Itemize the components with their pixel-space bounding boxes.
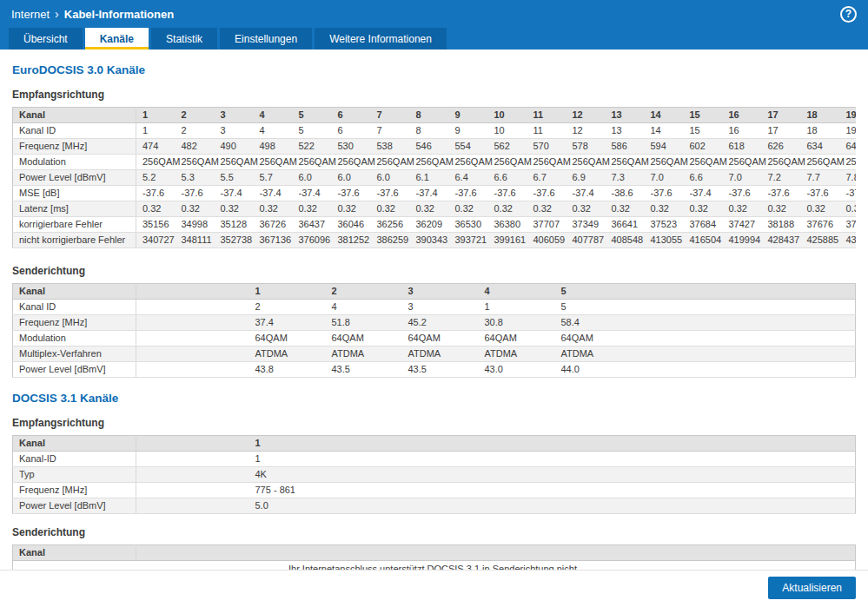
value-cell: 6.0 (332, 170, 371, 186)
value-cell: -37.6 (723, 186, 762, 201)
value-cell: 0.32 (293, 201, 332, 217)
value-cell: -37.6 (527, 186, 567, 201)
value-cell: 4 (479, 284, 555, 300)
value-cell: 546 (410, 139, 449, 155)
value-cell: 15 (684, 108, 723, 123)
tab-statistik[interactable]: Statistik (151, 28, 217, 49)
value-cell: 0.32 (762, 201, 801, 217)
value-cell: 256QAM (801, 155, 840, 170)
table-row: nicht korrigierbare Fehler34072734811135… (13, 233, 857, 248)
breadcrumb-separator-icon: › (55, 7, 59, 21)
value-cell: 4 (326, 300, 402, 315)
row-label: Latenz [ms] (13, 201, 136, 217)
value-cell: 36256 (371, 217, 410, 233)
tab-kanaele[interactable]: Kanäle (85, 28, 149, 49)
breadcrumb: Internet › Kabel-Informationen (11, 7, 174, 21)
value-cell: 43.5 (326, 362, 402, 378)
section-title-eurodocsis30: EuroDOCSIS 3.0 Kanäle (12, 63, 856, 76)
table-header-row: Kanal1 (13, 436, 856, 452)
value-cell: 6.4 (449, 170, 488, 186)
value-cell: 3 (215, 123, 254, 139)
value-cell: 1 (136, 108, 176, 123)
value-cell: 256QAM (567, 155, 606, 170)
help-button[interactable]: ? (840, 6, 857, 23)
value-cell: 2 (249, 300, 326, 315)
row-label: Kanal ID (13, 300, 136, 315)
value-cell: 5.0 (249, 498, 326, 514)
value-cell: 18 (801, 108, 840, 123)
value-cell: 390343 (410, 233, 449, 248)
value-cell: 6.1 (410, 170, 449, 186)
value-cell: 17 (762, 123, 801, 139)
filler-cell (326, 498, 856, 514)
value-cell: 256QAM (723, 155, 762, 170)
value-cell: 36530 (449, 217, 488, 233)
filler-cell (249, 545, 856, 561)
value-cell: -37.4 (215, 186, 254, 201)
value-cell: 393721 (449, 233, 488, 248)
value-cell: 256QAM (527, 155, 567, 170)
tab-weitere-informationen[interactable]: Weitere Informationen (315, 28, 447, 49)
value-cell: 381252 (332, 233, 371, 248)
value-cell: 594 (645, 139, 684, 155)
value-cell: 36046 (332, 217, 371, 233)
filler-cell (326, 483, 856, 498)
value-cell: 43.5 (402, 362, 479, 378)
spacer-cell (136, 331, 249, 346)
value-cell: 3 (215, 108, 254, 123)
refresh-button[interactable]: Aktualisieren (768, 577, 856, 599)
value-cell: 1 (249, 452, 326, 467)
table-row: Power Level [dBmV]43.843.543.543.044.0 (13, 362, 856, 378)
value-cell: -37.4 (254, 186, 293, 201)
row-label: Kanal (13, 108, 136, 123)
value-cell: 3 (402, 284, 479, 300)
row-label: Frequenz [MHz] (13, 483, 136, 498)
value-cell: 8 (410, 123, 449, 139)
value-cell: 18 (801, 123, 840, 139)
value-cell: 36726 (254, 217, 293, 233)
value-cell: 7.2 (762, 170, 801, 186)
filler-cell (632, 362, 856, 378)
spacer-cell (136, 315, 249, 331)
help-icon: ? (845, 8, 851, 20)
top-header: Internet › Kabel-Informationen ? (0, 0, 868, 28)
value-cell: 419994 (723, 233, 762, 248)
value-cell: ATDMA (555, 346, 632, 362)
value-cell: 3 (402, 300, 479, 315)
value-cell: 14 (645, 123, 684, 139)
value-cell: 12 (567, 108, 606, 123)
value-cell: 256QAM (136, 155, 176, 170)
tab-uebersicht[interactable]: Übersicht (9, 28, 83, 49)
row-label: Power Level [dBmV] (13, 170, 136, 186)
spacer-cell (136, 362, 249, 378)
tab-einstellungen[interactable]: Einstellungen (220, 28, 312, 49)
docsis31-downstream-table: Kanal1Kanal-ID1Typ4KFrequenz [MHz]775 - … (12, 435, 856, 514)
row-label: Power Level [dBmV] (13, 498, 136, 514)
value-cell: 626 (762, 139, 801, 155)
spacer-cell (136, 483, 249, 498)
value-cell: 0.32 (723, 201, 762, 217)
value-cell: 0.32 (449, 201, 488, 217)
value-cell: 15 (684, 123, 723, 139)
downstream-table-scrollbar[interactable]: Kanal12345678910111213141516171819Kanal … (12, 107, 856, 253)
value-cell: 5.5 (215, 170, 254, 186)
row-label: Kanal (13, 436, 136, 452)
value-cell: 5 (293, 123, 332, 139)
breadcrumb-section[interactable]: Internet (11, 8, 50, 21)
filler-cell (632, 346, 856, 362)
value-cell: 0.32 (488, 201, 527, 217)
value-cell: 64QAM (402, 331, 479, 346)
table-row: Modulation256QAM256QAM256QAM256QAM256QAM… (13, 155, 857, 170)
table-row: MSE [dB]-37.6-37.6-37.4-37.4-37.4-37.6-3… (13, 186, 857, 201)
value-cell: 775 - 861 (249, 483, 326, 498)
value-cell: ATDMA (326, 346, 402, 362)
table-row: Frequenz [MHz]775 - 861 (13, 483, 856, 498)
row-label: Modulation (13, 155, 136, 170)
value-cell: 474 (136, 139, 176, 155)
value-cell: 0.32 (215, 201, 254, 217)
value-cell: ATDMA (402, 346, 479, 362)
value-cell: 7.0 (645, 170, 684, 186)
value-cell: -38.6 (606, 186, 645, 201)
value-cell: 1 (479, 300, 555, 315)
value-cell: 13 (606, 108, 645, 123)
